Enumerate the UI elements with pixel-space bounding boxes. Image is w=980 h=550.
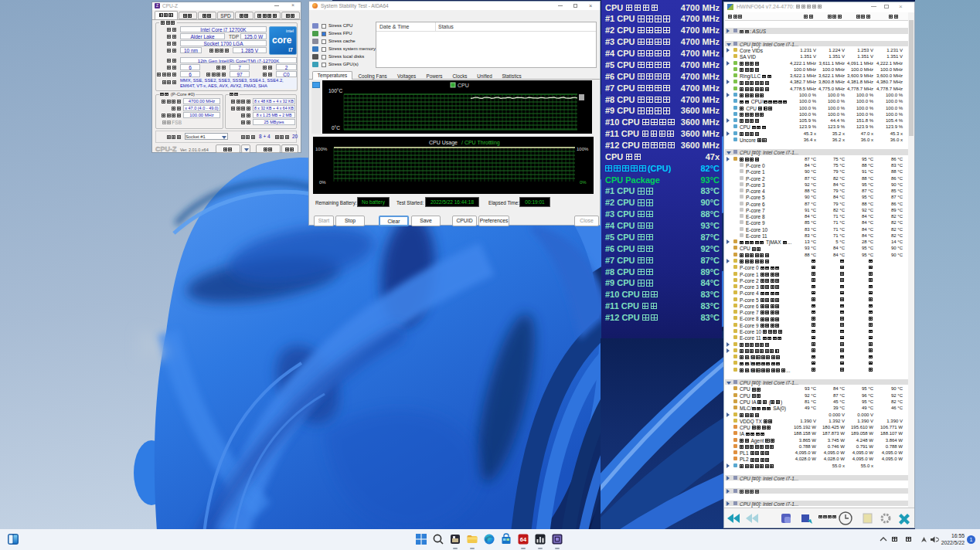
svg-text:64: 64 [520, 536, 527, 543]
svg-text:0%: 0% [580, 180, 587, 185]
svg-text:CPU: CPU [458, 83, 469, 88]
svg-text:0°C: 0°C [332, 125, 340, 131]
svg-text:100°C: 100°C [328, 88, 342, 93]
svg-text:100%: 100% [315, 147, 328, 151]
svg-text:100%: 100% [577, 147, 589, 151]
svg-text:CPU Usage: CPU Usage [429, 140, 458, 146]
svg-text:0%: 0% [319, 180, 326, 185]
svg-text:/ CPU Throttling: / CPU Throttling [461, 140, 500, 146]
